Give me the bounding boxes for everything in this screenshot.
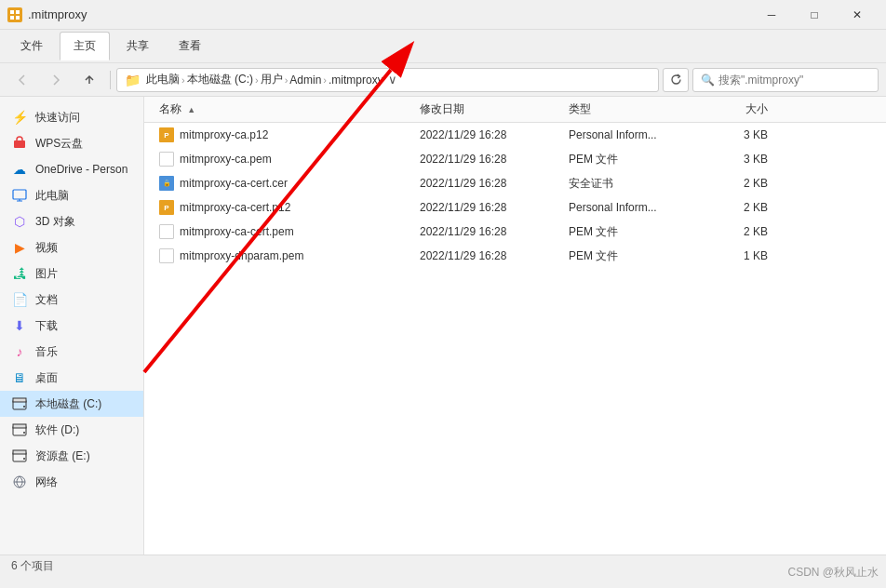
ddrive-icon <box>11 421 28 438</box>
up-button[interactable] <box>74 67 104 93</box>
menu-share[interactable]: 共享 <box>114 33 162 60</box>
file-type-cell: PEM 文件 <box>561 152 701 167</box>
svg-rect-13 <box>13 450 26 454</box>
file-name-cell: mitmproxy-ca-cert.pem <box>152 224 412 239</box>
onedrive-icon: ☁ <box>11 161 28 178</box>
svg-rect-3 <box>16 16 20 20</box>
file-type-cell: PEM 文件 <box>561 248 701 264</box>
menu-file[interactable]: 文件 <box>7 33 56 60</box>
status-bar: 6 个项目 <box>0 555 886 577</box>
file-size-cell: 3 KB <box>701 153 775 166</box>
thispc-icon <box>11 187 28 204</box>
desktop-icon: 🖥 <box>11 369 28 386</box>
svg-point-11 <box>23 432 25 434</box>
breadcrumb-mitmproxy[interactable]: .mitmproxy <box>329 74 383 87</box>
table-row[interactable]: mitmproxy-dhparam.pem 2022/11/29 16:28 P… <box>144 244 886 268</box>
col-header-type[interactable]: 类型 <box>561 101 701 117</box>
menu-view[interactable]: 查看 <box>166 33 214 60</box>
col-header-name[interactable]: 名称 ▲ <box>152 101 412 117</box>
toolbar-separator <box>110 71 111 89</box>
breadcrumb-this-pc[interactable]: 此电脑 <box>146 72 180 87</box>
refresh-button[interactable] <box>663 68 689 92</box>
file-size-cell: 1 KB <box>701 249 775 262</box>
file-date-cell: 2022/11/29 16:28 <box>412 153 561 166</box>
table-row[interactable]: P mitmproxy-ca.p12 2022/11/29 16:28 Pers… <box>144 123 886 147</box>
table-row[interactable]: P mitmproxy-ca-cert.p12 2022/11/29 16:28… <box>144 195 886 220</box>
sidebar-item-wpsdrive[interactable]: WPS云盘 <box>0 130 143 156</box>
svg-point-8 <box>23 406 25 408</box>
file-name-cell: mitmproxy-ca.pem <box>152 152 412 167</box>
col-header-size[interactable]: 大小 <box>701 101 775 117</box>
maximize-button[interactable]: □ <box>793 0 836 30</box>
sidebar-item-network[interactable]: 网络 <box>0 469 143 495</box>
sidebar-item-downloads[interactable]: ⬇ 下载 <box>0 313 143 339</box>
pem-file-icon <box>159 224 174 239</box>
status-text: 6 个项目 <box>11 558 54 574</box>
videos-icon: ▶ <box>11 239 28 256</box>
wpsdrive-icon <box>11 135 28 152</box>
file-type-cell: 安全证书 <box>561 176 701 192</box>
col-header-date[interactable]: 修改日期 <box>412 101 561 117</box>
main-layout: ⚡ 快速访问 WPS云盘 ☁ OneDrive - Person 此电脑 ⬡ <box>0 97 886 555</box>
file-type-cell: Personal Inform... <box>561 201 701 214</box>
downloads-icon: ⬇ <box>11 317 28 334</box>
breadcrumb-c-drive[interactable]: 本地磁盘 (C:) <box>187 72 253 87</box>
sidebar-item-desktop[interactable]: 🖥 桌面 <box>0 365 143 391</box>
file-date-cell: 2022/11/29 16:28 <box>412 128 561 141</box>
file-name-cell: P mitmproxy-ca.p12 <box>152 127 412 142</box>
sidebar-item-onedrive[interactable]: ☁ OneDrive - Person <box>0 156 143 182</box>
back-button[interactable] <box>7 67 37 93</box>
sidebar-item-cdrive[interactable]: 本地磁盘 (C:) <box>0 391 143 417</box>
search-box[interactable]: 🔍 <box>692 68 879 92</box>
file-name-cell: mitmproxy-dhparam.pem <box>152 248 412 263</box>
search-icon: 🔍 <box>701 74 715 87</box>
pem-file-icon <box>159 152 174 167</box>
sidebar-item-music[interactable]: ♪ 音乐 <box>0 339 143 365</box>
p12-file-icon: P <box>159 200 174 215</box>
breadcrumb-admin[interactable]: Admin <box>289 74 321 87</box>
search-input[interactable] <box>718 74 870 87</box>
breadcrumb-dropdown[interactable]: ∨ <box>385 73 400 87</box>
svg-rect-0 <box>10 10 14 14</box>
forward-button[interactable] <box>41 67 71 93</box>
sort-arrow-icon: ▲ <box>187 105 195 114</box>
svg-rect-1 <box>16 10 20 14</box>
close-button[interactable]: ✕ <box>836 0 879 30</box>
folder-icon: 📁 <box>125 73 141 87</box>
network-icon <box>11 474 28 490</box>
sidebar-item-documents[interactable]: 📄 文档 <box>0 287 143 313</box>
svg-rect-5 <box>13 190 26 199</box>
sidebar-item-quickaccess[interactable]: ⚡ 快速访问 <box>0 104 143 130</box>
sidebar-item-ddrive[interactable]: 软件 (D:) <box>0 417 143 443</box>
window-controls: ─ □ ✕ <box>750 0 879 30</box>
title-bar: .mitmproxy ─ □ ✕ <box>0 0 886 30</box>
cdrive-icon <box>11 395 28 412</box>
sidebar-item-3dobjects[interactable]: ⬡ 3D 对象 <box>0 208 143 234</box>
file-type-cell: Personal Inform... <box>561 128 701 141</box>
file-size-cell: 3 KB <box>701 128 775 141</box>
sidebar-item-pictures[interactable]: 🏞 图片 <box>0 261 143 287</box>
table-row[interactable]: 🔒 mitmproxy-ca-cert.cer 2022/11/29 16:28… <box>144 171 886 195</box>
table-row[interactable]: mitmproxy-ca.pem 2022/11/29 16:28 PEM 文件… <box>144 147 886 171</box>
navigation-toolbar: 📁 此电脑 › 本地磁盘 (C:) › 用户 › Admin › .mitmpr… <box>0 63 886 97</box>
menu-home[interactable]: 主页 <box>60 32 110 60</box>
sidebar-item-edrive[interactable]: 资源盘 (E:) <box>0 443 143 469</box>
sidebar-item-thispc[interactable]: 此电脑 <box>0 182 143 208</box>
file-date-cell: 2022/11/29 16:28 <box>412 201 561 214</box>
breadcrumb-users[interactable]: 用户 <box>261 72 283 87</box>
sidebar-item-videos[interactable]: ▶ 视频 <box>0 234 143 261</box>
cer-file-icon: 🔒 <box>159 176 174 191</box>
minimize-button[interactable]: ─ <box>750 0 793 30</box>
table-row[interactable]: mitmproxy-ca-cert.pem 2022/11/29 16:28 P… <box>144 220 886 244</box>
pictures-icon: 🏞 <box>11 265 28 282</box>
svg-rect-4 <box>14 140 25 148</box>
3dobjects-icon: ⬡ <box>11 213 28 230</box>
file-size-cell: 2 KB <box>701 201 775 214</box>
svg-rect-7 <box>13 398 26 402</box>
file-size-cell: 2 KB <box>701 177 775 190</box>
content-area: 名称 ▲ 修改日期 类型 大小 P mitmproxy-ca <box>144 97 886 555</box>
address-bar[interactable]: 📁 此电脑 › 本地磁盘 (C:) › 用户 › Admin › .mitmpr… <box>116 68 659 92</box>
file-date-cell: 2022/11/29 16:28 <box>412 249 561 262</box>
file-size-cell: 2 KB <box>701 225 775 238</box>
menu-bar: 文件 主页 共享 查看 <box>0 30 886 63</box>
